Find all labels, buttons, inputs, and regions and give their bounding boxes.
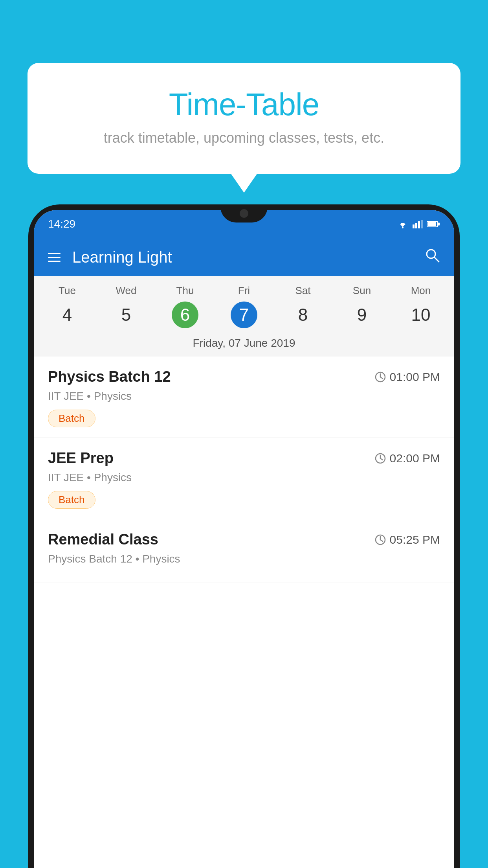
- search-icon[interactable]: [424, 247, 440, 267]
- clock-icon: [375, 534, 386, 545]
- calendar-day[interactable]: Sun9: [332, 285, 391, 328]
- batch-badge: Batch: [48, 491, 95, 509]
- phone-notch: [220, 204, 268, 223]
- class-info: IIT JEE • Physics: [48, 390, 440, 403]
- day-number[interactable]: 4: [54, 302, 81, 328]
- tooltip-title: Time-Table: [47, 86, 441, 123]
- svg-line-15: [380, 458, 383, 460]
- battery-icon: [427, 221, 440, 228]
- svg-line-9: [434, 257, 439, 262]
- class-name: Remedial Class: [48, 531, 158, 548]
- day-name: Thu: [156, 285, 215, 297]
- app-title: Learning Light: [72, 248, 424, 266]
- schedule-item[interactable]: JEE Prep02:00 PMIIT JEE • PhysicsBatch: [34, 438, 454, 519]
- svg-line-12: [380, 377, 383, 379]
- app-bar: Learning Light: [34, 238, 454, 276]
- phone-screen: 14:29: [34, 210, 454, 868]
- class-time: 01:00 PM: [375, 370, 440, 384]
- svg-rect-6: [427, 222, 436, 226]
- schedule-item-header: Remedial Class05:25 PM: [48, 531, 440, 548]
- svg-rect-3: [418, 221, 420, 228]
- tooltip-card: Time-Table track timetable, upcoming cla…: [28, 63, 460, 174]
- calendar-day[interactable]: Fri7: [215, 285, 273, 328]
- class-info: IIT JEE • Physics: [48, 471, 440, 484]
- class-time: 02:00 PM: [375, 452, 440, 465]
- schedule-item-header: Physics Batch 1201:00 PM: [48, 368, 440, 385]
- class-name: JEE Prep: [48, 450, 114, 467]
- calendar-day[interactable]: Mon10: [391, 285, 450, 328]
- day-number[interactable]: 9: [349, 302, 375, 328]
- calendar-day[interactable]: Thu6: [156, 285, 215, 328]
- day-name: Fri: [215, 285, 273, 297]
- schedule-item[interactable]: Physics Batch 1201:00 PMIIT JEE • Physic…: [34, 357, 454, 438]
- svg-rect-2: [415, 223, 417, 228]
- class-time: 05:25 PM: [375, 533, 440, 546]
- day-number[interactable]: 8: [290, 302, 316, 328]
- phone-inner: 14:29: [34, 210, 454, 868]
- class-info: Physics Batch 12 • Physics: [48, 553, 440, 565]
- signal-icon: [413, 220, 423, 228]
- phone-mockup: 14:29: [28, 204, 460, 868]
- status-icons: [397, 220, 440, 228]
- clock-icon: [375, 371, 386, 383]
- day-number[interactable]: 5: [113, 302, 139, 328]
- schedule-item[interactable]: Remedial Class05:25 PMPhysics Batch 12 •…: [34, 519, 454, 583]
- calendar-section: Tue4Wed5Thu6Fri7Sat8Sun9Mon10 Friday, 07…: [34, 276, 454, 357]
- svg-point-0: [402, 227, 404, 228]
- selected-date-label: Friday, 07 June 2019: [34, 331, 454, 357]
- svg-rect-4: [421, 220, 423, 228]
- svg-line-18: [380, 540, 383, 541]
- hamburger-menu-icon[interactable]: [48, 253, 61, 262]
- day-name: Mon: [391, 285, 450, 297]
- schedule-item-header: JEE Prep02:00 PM: [48, 450, 440, 467]
- day-name: Wed: [97, 285, 156, 297]
- schedule-list: Physics Batch 1201:00 PMIIT JEE • Physic…: [34, 357, 454, 583]
- calendar-day[interactable]: Sat8: [273, 285, 332, 328]
- day-name: Sun: [332, 285, 391, 297]
- wifi-icon: [397, 220, 409, 228]
- day-name: Sat: [273, 285, 332, 297]
- batch-badge: Batch: [48, 410, 95, 427]
- calendar-day[interactable]: Tue4: [38, 285, 97, 328]
- day-number[interactable]: 6: [172, 302, 198, 328]
- tooltip-subtitle: track timetable, upcoming classes, tests…: [47, 130, 441, 146]
- class-name: Physics Batch 12: [48, 368, 171, 385]
- day-number[interactable]: 10: [407, 302, 434, 328]
- svg-rect-7: [438, 223, 440, 226]
- svg-rect-1: [413, 224, 415, 228]
- clock-icon: [375, 453, 386, 464]
- day-name: Tue: [38, 285, 97, 297]
- days-of-week: Tue4Wed5Thu6Fri7Sat8Sun9Mon10: [34, 276, 454, 331]
- calendar-day[interactable]: Wed5: [97, 285, 156, 328]
- status-time: 14:29: [48, 218, 75, 230]
- day-number[interactable]: 7: [231, 302, 257, 328]
